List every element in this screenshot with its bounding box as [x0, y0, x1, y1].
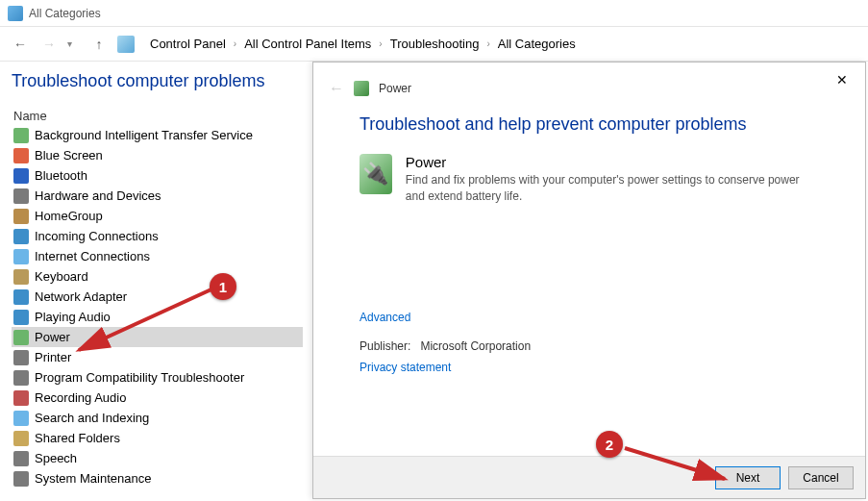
troubleshooter-icon	[13, 289, 29, 305]
troubleshooter-label: Playing Audio	[35, 310, 111, 324]
power-icon	[354, 81, 369, 96]
troubleshooter-icon	[13, 168, 29, 184]
troubleshooter-item[interactable]: Incoming Connections	[12, 226, 303, 246]
troubleshooter-icon	[13, 209, 29, 224]
troubleshooter-item[interactable]: Power	[12, 327, 303, 347]
troubleshooter-icon	[13, 128, 29, 143]
troubleshooter-item[interactable]: Blue Screen	[12, 145, 303, 165]
troubleshooter-label: Printer	[35, 350, 71, 364]
power-troubleshooter-wizard: ✕ ← Power Troubleshoot and help prevent …	[312, 62, 866, 499]
troubleshooter-label: System Maintenance	[35, 471, 151, 486]
chevron-right-icon: ›	[377, 38, 384, 49]
troubleshooter-icon	[13, 269, 29, 285]
troubleshooter-item[interactable]: Hardware and Devices	[12, 186, 303, 206]
troubleshooter-icon	[13, 370, 29, 386]
cancel-button[interactable]: Cancel	[788, 466, 854, 489]
troubleshooter-icon	[13, 249, 29, 264]
troubleshooter-item[interactable]: Search and Indexing	[12, 408, 303, 428]
troubleshooter-label: Incoming Connections	[35, 229, 159, 243]
troubleshooter-item[interactable]: Network Adapter	[12, 287, 303, 307]
forward-button: →	[38, 34, 60, 55]
wizard-title: Power	[379, 82, 411, 95]
back-button[interactable]: ←	[10, 34, 31, 55]
troubleshooter-label: Speech	[35, 451, 77, 465]
wizard-heading: Troubleshoot and help prevent computer p…	[360, 114, 819, 135]
history-dropdown[interactable]: ▾	[67, 38, 81, 49]
chevron-right-icon: ›	[484, 38, 491, 49]
wizard-footer: Next Cancel	[313, 456, 865, 498]
section-description: Find and fix problems with your computer…	[406, 172, 819, 205]
troubleshooter-item[interactable]: Internet Connections	[12, 246, 303, 266]
troubleshooter-item[interactable]: HomeGroup	[12, 206, 303, 226]
publisher-line: Publisher: Microsoft Corporation	[360, 339, 819, 353]
breadcrumb-item[interactable]: All Categories	[494, 35, 580, 53]
troubleshooter-item[interactable]: Shared Folders	[12, 428, 303, 448]
privacy-link[interactable]: Privacy statement	[360, 361, 819, 374]
troubleshooter-item[interactable]: Background Intelligent Transfer Service	[12, 125, 303, 145]
section-title: Power	[406, 154, 819, 170]
troubleshooter-label: Program Compatibility Troubleshooter	[35, 370, 244, 385]
troubleshooter-item[interactable]: Playing Audio	[12, 307, 303, 327]
troubleshooter-icon	[13, 350, 29, 365]
troubleshooter-label: Background Intelligent Transfer Service	[35, 128, 253, 142]
troubleshooter-label: Hardware and Devices	[35, 188, 161, 203]
power-plug-icon: 🔌	[360, 154, 392, 194]
troubleshooter-list-pane: Troubleshoot computer problems Name Back…	[0, 62, 312, 501]
troubleshooter-item[interactable]: Bluetooth	[12, 165, 303, 186]
navbar: ← → ▾ ↑ Control Panel › All Control Pane…	[0, 27, 868, 62]
troubleshooter-label: Internet Connections	[35, 249, 150, 263]
window-title: All Categories	[29, 7, 101, 20]
troubleshooter-item[interactable]: Program Compatibility Troubleshooter	[12, 367, 303, 388]
troubleshooter-item[interactable]: Speech	[12, 448, 303, 468]
titlebar: All Categories	[0, 0, 868, 27]
troubleshooter-item[interactable]: System Maintenance	[12, 468, 303, 488]
breadcrumb-item[interactable]: Troubleshooting	[386, 35, 484, 53]
troubleshooter-label: Search and Indexing	[35, 411, 149, 425]
troubleshooter-icon	[13, 310, 29, 325]
troubleshooter-label: Shared Folders	[35, 431, 120, 445]
breadcrumb: Control Panel › All Control Panel Items …	[146, 35, 580, 53]
troubleshooter-icon	[13, 390, 29, 406]
troubleshooter-icon	[13, 330, 29, 345]
breadcrumb-item[interactable]: All Control Panel Items	[240, 35, 375, 53]
troubleshooter-label: Network Adapter	[35, 289, 127, 304]
advanced-link[interactable]: Advanced	[360, 311, 819, 324]
troubleshooter-icon	[13, 471, 29, 487]
address-icon	[117, 36, 135, 53]
page-heading: Troubleshoot computer problems	[12, 71, 303, 91]
troubleshooter-item[interactable]: Printer	[12, 347, 303, 367]
troubleshooter-item[interactable]: Recording Audio	[12, 388, 303, 408]
troubleshooter-list: Background Intelligent Transfer ServiceB…	[12, 125, 303, 488]
troubleshooter-label: Bluetooth	[35, 168, 87, 183]
troubleshooter-icon	[13, 148, 29, 163]
breadcrumb-item[interactable]: Control Panel	[146, 35, 230, 53]
next-button[interactable]: Next	[715, 466, 781, 489]
troubleshooter-label: Blue Screen	[35, 148, 103, 163]
troubleshooter-icon	[13, 188, 29, 204]
close-button[interactable]: ✕	[829, 68, 856, 91]
troubleshooter-item[interactable]: Keyboard	[12, 266, 303, 287]
chevron-right-icon: ›	[232, 38, 238, 49]
app-icon	[8, 6, 23, 21]
troubleshooter-icon	[13, 411, 29, 426]
up-button[interactable]: ↑	[88, 34, 110, 55]
publisher-label: Publisher:	[360, 339, 410, 353]
column-header-name[interactable]: Name	[12, 109, 303, 123]
callout-1: 1	[210, 273, 236, 300]
troubleshooter-icon	[13, 431, 29, 446]
troubleshooter-label: HomeGroup	[35, 209, 103, 223]
troubleshooter-icon	[13, 229, 29, 244]
troubleshooter-label: Recording Audio	[35, 390, 126, 405]
troubleshooter-label: Keyboard	[35, 269, 88, 284]
callout-2: 2	[596, 431, 623, 458]
wizard-back-button: ←	[329, 80, 344, 97]
troubleshooter-label: Power	[35, 330, 70, 344]
troubleshooter-icon	[13, 451, 29, 466]
publisher-value: Microsoft Corporation	[420, 339, 531, 353]
